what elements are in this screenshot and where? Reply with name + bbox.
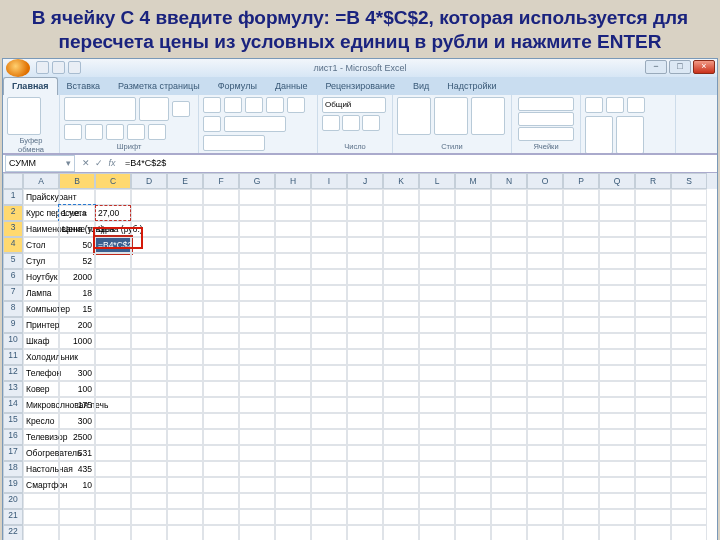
cell-F12[interactable] [203,365,239,381]
cell-D10[interactable] [131,333,167,349]
cell-B22[interactable] [59,525,95,541]
cell-B7[interactable]: 18 [59,285,95,301]
cell-M8[interactable] [455,301,491,317]
cell-E17[interactable] [167,445,203,461]
cell-K16[interactable] [383,429,419,445]
cell-I3[interactable] [311,221,347,237]
cell-O4[interactable] [527,237,563,253]
cell-L22[interactable] [419,525,455,541]
cell-H5[interactable] [275,253,311,269]
cell-O21[interactable] [527,509,563,525]
cell-I9[interactable] [311,317,347,333]
row-header-7[interactable]: 7 [3,285,23,301]
cell-I21[interactable] [311,509,347,525]
cell-F5[interactable] [203,253,239,269]
tab-review[interactable]: Рецензирование [316,77,404,95]
cell-H18[interactable] [275,461,311,477]
cell-K20[interactable] [383,493,419,509]
cell-N11[interactable] [491,349,527,365]
cell-E16[interactable] [167,429,203,445]
cell-H4[interactable] [275,237,311,253]
cell-P7[interactable] [563,285,599,301]
cell-J2[interactable] [347,205,383,221]
cell-Q11[interactable] [599,349,635,365]
cell-J17[interactable] [347,445,383,461]
cell-S20[interactable] [671,493,707,509]
cell-H20[interactable] [275,493,311,509]
cancel-icon[interactable]: ✕ [80,158,92,168]
cell-A11[interactable]: Холодильник [23,349,59,365]
cell-F10[interactable] [203,333,239,349]
cell-O20[interactable] [527,493,563,509]
cell-S5[interactable] [671,253,707,269]
cell-H13[interactable] [275,381,311,397]
cell-M17[interactable] [455,445,491,461]
cell-G18[interactable] [239,461,275,477]
cell-F13[interactable] [203,381,239,397]
cell-B5[interactable]: 52 [59,253,95,269]
cell-N18[interactable] [491,461,527,477]
cell-L15[interactable] [419,413,455,429]
cell-A4[interactable]: Стол [23,237,59,253]
office-button[interactable] [6,59,30,77]
cell-R2[interactable] [635,205,671,221]
cell-I22[interactable] [311,525,347,541]
cell-N12[interactable] [491,365,527,381]
cell-N17[interactable] [491,445,527,461]
cell-S15[interactable] [671,413,707,429]
merge-center[interactable] [203,135,265,151]
row-header-9[interactable]: 9 [3,317,23,333]
cell-P6[interactable] [563,269,599,285]
cell-D14[interactable] [131,397,167,413]
cell-D20[interactable] [131,493,167,509]
cell-E14[interactable] [167,397,203,413]
cell-O10[interactable] [527,333,563,349]
cell-K7[interactable] [383,285,419,301]
cell-Q12[interactable] [599,365,635,381]
cell-Q8[interactable] [599,301,635,317]
cell-R22[interactable] [635,525,671,541]
cell-R6[interactable] [635,269,671,285]
cell-E11[interactable] [167,349,203,365]
cell-R15[interactable] [635,413,671,429]
cell-O2[interactable] [527,205,563,221]
cell-P18[interactable] [563,461,599,477]
cell-C7[interactable] [95,285,131,301]
cell-C22[interactable] [95,525,131,541]
cell-B2[interactable]: 1 у.е.= [59,205,95,221]
cell-J20[interactable] [347,493,383,509]
align-top[interactable] [203,97,221,113]
row-header-10[interactable]: 10 [3,333,23,349]
cell-E13[interactable] [167,381,203,397]
col-header-N[interactable]: N [491,173,527,189]
cell-D8[interactable] [131,301,167,317]
cell-S3[interactable] [671,221,707,237]
cell-B6[interactable]: 2000 [59,269,95,285]
cell-C9[interactable] [95,317,131,333]
cell-Q7[interactable] [599,285,635,301]
cell-I8[interactable] [311,301,347,317]
cell-E3[interactable] [167,221,203,237]
cell-E2[interactable] [167,205,203,221]
cell-L21[interactable] [419,509,455,525]
cell-M9[interactable] [455,317,491,333]
cell-B20[interactable] [59,493,95,509]
cell-H6[interactable] [275,269,311,285]
cell-Q13[interactable] [599,381,635,397]
cell-I20[interactable] [311,493,347,509]
cell-S11[interactable] [671,349,707,365]
cell-M16[interactable] [455,429,491,445]
cell-J10[interactable] [347,333,383,349]
format-cells[interactable] [518,127,574,141]
cell-A15[interactable]: Кресло [23,413,59,429]
cell-B19[interactable]: 10 [59,477,95,493]
cell-L16[interactable] [419,429,455,445]
cell-A22[interactable] [23,525,59,541]
cell-K9[interactable] [383,317,419,333]
cell-S9[interactable] [671,317,707,333]
qat-save-icon[interactable] [36,61,49,74]
clear-button[interactable] [627,97,645,113]
cell-Q14[interactable] [599,397,635,413]
cell-K5[interactable] [383,253,419,269]
cell-C18[interactable] [95,461,131,477]
